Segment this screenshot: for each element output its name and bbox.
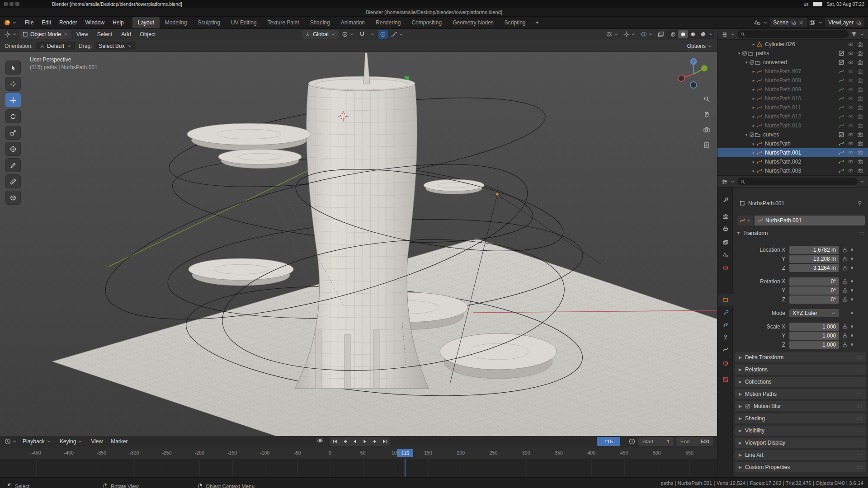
lock-icon[interactable]: [842, 296, 848, 303]
timeline-menu-view[interactable]: View: [87, 436, 107, 447]
workspace-tab-texture-paint[interactable]: Texture Paint: [262, 17, 305, 28]
viewport-menu-add[interactable]: Add: [117, 29, 135, 40]
menu-render[interactable]: Render: [55, 17, 81, 28]
chevron-down-icon[interactable]: [859, 179, 865, 184]
camera-icon[interactable]: [857, 113, 863, 120]
tray-icon[interactable]: [813, 2, 822, 6]
outliner-editor-icon[interactable]: [721, 31, 728, 38]
panel-shading[interactable]: ▶Shading::::: [735, 413, 867, 424]
snap-settings-dropdown[interactable]: [368, 30, 377, 39]
timeline-menu-playback[interactable]: Playback: [19, 436, 56, 447]
object-name-field[interactable]: NurbsPath.001: [755, 216, 865, 225]
new-view-layer-icon[interactable]: [856, 20, 861, 25]
camera-icon[interactable]: [857, 95, 863, 102]
os-window-title[interactable]: Blender [/home/amalie/Desktop/blender/to…: [52, 1, 182, 7]
expand-right-icon[interactable]: ▸: [751, 123, 756, 128]
eye-icon[interactable]: [848, 150, 854, 156]
options-dropdown[interactable]: Options: [687, 43, 712, 49]
curve-data-icon[interactable]: [838, 104, 844, 111]
curve-data-icon[interactable]: [838, 77, 844, 84]
eye-icon[interactable]: [848, 131, 854, 138]
expand-right-icon[interactable]: ▸: [751, 150, 756, 155]
proportional-editing-toggle[interactable]: [378, 30, 388, 39]
eye-icon[interactable]: [848, 59, 854, 66]
expand-right-icon[interactable]: ▸: [751, 78, 756, 83]
properties-tab-physics[interactable]: [718, 319, 733, 331]
workspace-tab-modeling[interactable]: Modeling: [160, 17, 193, 28]
animate-dot[interactable]: [851, 249, 853, 251]
shading-material-button[interactable]: [688, 30, 698, 38]
outliner-row-nurbspath-002[interactable]: ▸NurbsPath.002: [717, 157, 868, 166]
viewport-menu-view[interactable]: View: [72, 29, 93, 40]
viewport-3d-scene[interactable]: [0, 52, 717, 436]
camera-icon[interactable]: [857, 50, 863, 56]
snap-toggle[interactable]: [357, 30, 367, 39]
tool-move-button[interactable]: [5, 93, 21, 107]
outliner-row-nurbspath-011[interactable]: ▸NurbsPath.011: [717, 103, 868, 112]
auto-keying-record-button[interactable]: [316, 437, 324, 444]
panel-grip-icon[interactable]: ::::: [856, 453, 863, 457]
transform-panel-header[interactable]: ▼ Transform ::::: [736, 230, 865, 236]
motion-blur-checkbox[interactable]: [745, 404, 750, 409]
animate-dot[interactable]: [851, 267, 853, 269]
curve-data-icon[interactable]: [838, 159, 844, 165]
chevron-down-icon[interactable]: [730, 32, 736, 37]
overlays-dropdown[interactable]: [639, 30, 655, 39]
eye-icon[interactable]: [848, 50, 854, 56]
outliner-row-nurbspath-012[interactable]: ▸NurbsPath.012: [717, 112, 868, 121]
view-layer-selector[interactable]: ViewLayer: [825, 18, 864, 27]
outliner-row-nurbspath[interactable]: ▸NurbsPath: [717, 139, 868, 148]
tool-cursor-button[interactable]: [5, 77, 21, 91]
outliner-row-nurbspath-001[interactable]: ▸NurbsPath.001: [717, 148, 868, 157]
properties-tab-texture[interactable]: [718, 374, 733, 385]
expand-right-icon[interactable]: ▸: [751, 141, 756, 146]
properties-tab-view-layer[interactable]: [718, 237, 733, 249]
expand-down-icon[interactable]: ▾: [736, 51, 742, 56]
panel-custom-properties[interactable]: ▶Custom Properties::::: [735, 462, 867, 473]
outliner-row-nurbspath-003[interactable]: ▸NurbsPath.003: [717, 166, 868, 175]
chevron-down-icon[interactable]: [730, 179, 736, 184]
menu-help[interactable]: Help: [108, 17, 128, 28]
view-layer-browse-icon[interactable]: [809, 19, 816, 26]
object-visibility-dropdown[interactable]: [604, 30, 620, 39]
panel-visibility[interactable]: ▶Visibility::::: [735, 425, 867, 436]
value-field[interactable]: -13.208 m: [789, 255, 839, 263]
timeline-editor-type-dropdown[interactable]: [3, 437, 19, 446]
animate-dot[interactable]: [851, 280, 853, 282]
outliner-row-converted[interactable]: ▾converted: [717, 58, 868, 67]
panel-motion-paths[interactable]: ▶Motion Paths::::: [735, 389, 867, 399]
mode-dropdown[interactable]: XYZ Euler: [789, 309, 839, 317]
filter-icon[interactable]: [850, 31, 858, 38]
breadcrumb-object-name[interactable]: NurbsPath.001: [748, 200, 784, 206]
properties-tab-render[interactable]: [718, 211, 733, 222]
shading-wireframe-button[interactable]: [668, 30, 678, 38]
chevron-down-icon[interactable]: [859, 32, 865, 37]
camera-icon[interactable]: [857, 68, 863, 75]
transform-orientation-dropdown[interactable]: Global: [302, 30, 339, 39]
collection-exclude-checkbox[interactable]: [742, 51, 747, 56]
chevron-down-icon[interactable]: [818, 20, 823, 25]
camera-icon[interactable]: [857, 86, 863, 93]
lock-icon[interactable]: [842, 265, 848, 271]
tool-tweak-select-button[interactable]: [5, 61, 21, 75]
eye-icon[interactable]: [848, 104, 854, 111]
eye-icon[interactable]: [848, 77, 854, 84]
chevron-down-icon[interactable]: [763, 20, 768, 25]
properties-tab-output[interactable]: [718, 223, 733, 235]
camera-icon[interactable]: [857, 77, 863, 84]
workspace-tab-scripting[interactable]: Scripting: [499, 17, 531, 28]
curve-data-icon[interactable]: [838, 68, 844, 75]
lock-icon[interactable]: [842, 342, 848, 348]
outliner-row-nurbspath-007[interactable]: ▸NurbsPath.007: [717, 67, 868, 76]
camera-icon[interactable]: [857, 59, 863, 66]
tool-scale-button[interactable]: [5, 126, 21, 140]
eye-icon[interactable]: [848, 159, 854, 165]
expand-right-icon[interactable]: ▸: [751, 160, 756, 164]
prev-keyframe-button[interactable]: [340, 437, 350, 446]
animate-dot[interactable]: [851, 312, 853, 314]
lock-icon[interactable]: [842, 333, 848, 339]
lock-icon[interactable]: [842, 256, 848, 262]
orientation-value-dropdown[interactable]: Default: [36, 42, 75, 50]
properties-tab-constraints[interactable]: [718, 331, 733, 343]
camera-view-button[interactable]: [701, 124, 712, 136]
